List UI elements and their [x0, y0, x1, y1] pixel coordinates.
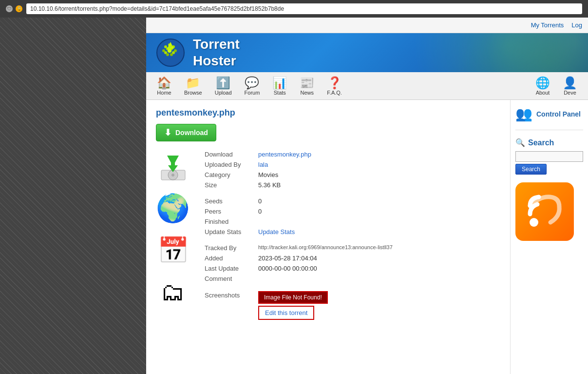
nav-about-label: About [536, 90, 550, 96]
comment-value [258, 274, 398, 284]
url-bar[interactable]: 10.10.10.6/torrent/torrents.php?mode=det… [26, 3, 582, 14]
shield-icon: 🛡 [6, 5, 13, 12]
banner: Torrent Hoster [146, 33, 588, 72]
nav-browse-label: Browse [184, 90, 202, 96]
search-title-label: Search [528, 138, 554, 147]
row-added: Added 2023-05-28 17:04:04 [205, 253, 398, 263]
browser-chrome: 🛡 🔒 10.10.10.6/torrent/torrents.php?mode… [0, 0, 588, 18]
nav-forum[interactable]: 💬 Forum [239, 74, 266, 98]
stats-icon: 📊 [272, 76, 287, 90]
calendar-icon: 📅 [157, 236, 189, 265]
row-seeds: Seeds 0 [205, 196, 398, 206]
tracked-by-label: Tracked By [205, 243, 258, 253]
nav-faq[interactable]: ❓ F.A.Q. [321, 74, 348, 98]
nav-forum-label: Forum [245, 90, 260, 96]
category-label: Category [205, 170, 258, 180]
svg-point-12 [170, 53, 173, 56]
globe-icon: 🌍 [156, 192, 190, 224]
rss-icon-box[interactable] [515, 182, 574, 241]
upload-icon: ⬆️ [216, 76, 230, 90]
control-panel-section: 👥 Control Panel [515, 106, 583, 122]
finished-label: Finished [205, 217, 258, 227]
main-content: My Torrents Log [146, 18, 588, 374]
nav-deve[interactable]: 👤 Deve [557, 74, 583, 98]
svg-rect-18 [171, 156, 175, 165]
search-button[interactable]: Search [515, 164, 547, 175]
update-stats-value: Update Stats [258, 227, 398, 237]
download-btn-icon: ⬇ [164, 127, 171, 138]
row-screenshots: Screenshots Image File Not Found! Edit t… [205, 290, 398, 321]
banner-title-line2: Hoster [193, 53, 240, 69]
content-area: pentesmonkey.php ⬇ Download [146, 100, 588, 374]
seeds-label: Seeds [205, 196, 258, 206]
control-panel-link[interactable]: 👥 Control Panel [515, 106, 583, 122]
download-button[interactable]: ⬇ Download [156, 124, 216, 141]
nav-home[interactable]: 🏠 Home [151, 74, 177, 98]
nav-upload-label: Upload [215, 90, 232, 96]
last-update-value: 0000-00-00 00:00:00 [258, 263, 398, 274]
nav-stats-label: Stats [274, 90, 286, 96]
screenshots-label: Screenshots [205, 290, 258, 321]
size-value: 5.36 KB [258, 180, 398, 190]
control-panel-label: Control Panel [536, 110, 581, 118]
news-icon: 📰 [300, 76, 314, 90]
row-download: Download pentesmonkey.php [205, 149, 398, 159]
download-value: pentesmonkey.php [258, 149, 398, 159]
download-link[interactable]: pentesmonkey.php [258, 151, 311, 158]
top-nav: My Torrents Log [146, 18, 588, 33]
search-input[interactable] [515, 151, 583, 162]
search-section: 🔍 Search Search [515, 138, 583, 175]
update-stats-link[interactable]: Update Stats [258, 228, 295, 236]
nav-icons: 🏠 Home 📁 Browse ⬆️ Upload 💬 Forum 📊 Stat… [146, 72, 588, 100]
home-icon: 🏠 [157, 76, 171, 90]
image-not-found-text: Image File Not Found! [258, 291, 328, 304]
my-torrents-link[interactable]: My Torrents [531, 21, 564, 29]
details-table: Download pentesmonkey.php Uploaded By la… [205, 149, 500, 321]
last-update-label: Last Update [205, 263, 258, 274]
url-text: 10.10.10.6/torrent/torrents.php?mode=det… [30, 5, 284, 12]
nav-news[interactable]: 📰 News [294, 74, 320, 98]
folder-icon: 🗂 [161, 278, 185, 306]
torrent-icon-area: 🌍 📅 🗂 [156, 149, 195, 321]
control-panel-icon: 👥 [515, 106, 532, 122]
nav-upload[interactable]: ⬆️ Upload [209, 74, 238, 98]
update-stats-label: Update Stats [205, 227, 258, 237]
download-label: Download [205, 149, 258, 159]
forum-icon: 💬 [245, 76, 259, 90]
faq-icon: ❓ [327, 76, 342, 90]
rss-icon [525, 192, 564, 231]
sidebar-divider [515, 130, 583, 130]
nav-browse[interactable]: 📁 Browse [178, 74, 208, 98]
tracked-by-value: http://tracker.kali.org:6969/announce13:… [258, 243, 398, 253]
folder-icon-box: 🗂 [156, 275, 190, 309]
nav-home-label: Home [157, 90, 171, 96]
browse-icon: 📁 [186, 76, 200, 90]
image-not-found-box: Image File Not Found! [258, 291, 393, 306]
left-panel [0, 18, 146, 374]
finished-value [258, 217, 398, 227]
row-finished: Finished [205, 217, 398, 227]
svg-point-9 [168, 49, 171, 53]
banner-title: Torrent Hoster [193, 36, 240, 69]
uploaded-by-label: Uploaded By [205, 159, 258, 170]
download-box-icon [156, 149, 190, 183]
search-title: 🔍 Search [515, 138, 583, 147]
right-sidebar: 👥 Control Panel 🔍 Search Search [510, 100, 588, 374]
nav-deve-label: Deve [564, 90, 576, 96]
peers-value: 0 [258, 206, 398, 217]
nav-stats[interactable]: 📊 Stats [266, 74, 293, 98]
uploader-link[interactable]: lala [258, 161, 268, 168]
added-label: Added [205, 253, 258, 263]
banner-logo [156, 38, 185, 67]
row-size: Size 5.36 KB [205, 180, 398, 190]
globe-icon-box: 🌍 [156, 191, 190, 225]
login-link[interactable]: Log [571, 21, 582, 29]
page-title: pentesmonkey.php [156, 108, 500, 118]
screenshots-value: Image File Not Found! Edit this torrent [258, 290, 398, 321]
edit-torrent-button[interactable]: Edit this torrent [258, 306, 314, 320]
uploaded-by-value: lala [258, 159, 398, 170]
nav-about[interactable]: 🌐 About [530, 74, 556, 98]
nav-news-label: News [301, 90, 314, 96]
page-body: pentesmonkey.php ⬇ Download [146, 100, 510, 374]
lock-icon: 🔒 [16, 5, 22, 12]
